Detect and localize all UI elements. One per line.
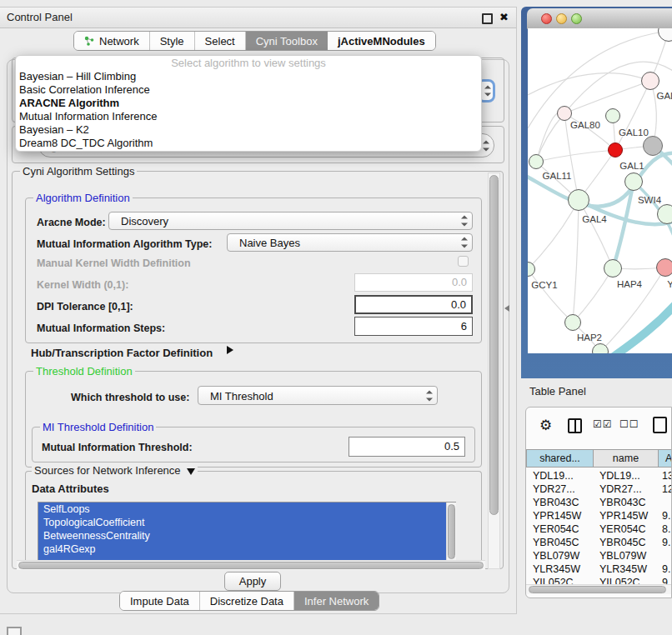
splitter-collapse-arrow[interactable] — [504, 305, 509, 312]
scrollbar-thumb[interactable] — [489, 175, 499, 515]
table-row[interactable]: YLR345W YLR345W 9. — [526, 562, 672, 576]
network-canvas[interactable]: GAL GAL80 GAL10 GAL1 GAL11 SWI4 GAL4 GCY… — [528, 28, 672, 353]
tab-cyni-toolbox[interactable]: Cyni Toolbox — [246, 32, 328, 50]
settings-horizontal-scrollbar[interactable] — [17, 560, 485, 570]
collapsed-panel-icon[interactable] — [7, 627, 22, 635]
table-horizontal-scrollbar[interactable] — [526, 584, 672, 594]
network-node-gal11[interactable] — [529, 154, 544, 169]
network-node-y[interactable] — [656, 258, 672, 277]
control-panel-titlebar: Control Panel ✖ — [0, 8, 516, 28]
column-header-shared-name[interactable]: shared... — [526, 449, 594, 468]
select-all-checkboxes-icon[interactable]: ☑☑ — [593, 418, 613, 430]
network-node-gray[interactable] — [643, 136, 663, 156]
table-row[interactable]: YBL079W YBL079W — [526, 549, 672, 562]
app-root: Control Panel ✖ Network Style Select Cyn… — [0, 0, 672, 635]
network-node-gal10[interactable] — [605, 108, 620, 123]
document-icon[interactable] — [653, 417, 667, 433]
mi-threshold-label: Mutual Information Threshold: — [42, 442, 193, 453]
table-panel: ⚙ ☑☑ ☐☐ shared... name A YDL19... YDL19.… — [525, 407, 672, 598]
network-view-window: GAL GAL80 GAL10 GAL1 GAL11 SWI4 GAL4 GCY… — [521, 7, 672, 378]
data-attributes-list[interactable]: SelfLoops TopologicalCoefficient Between… — [38, 502, 456, 562]
dropdown-item[interactable]: Dream8 DC_TDC Algorithm — [16, 137, 481, 150]
network-node-hap4[interactable] — [604, 259, 622, 278]
dropdown-item[interactable]: Bayesian – K2 — [16, 123, 481, 137]
cell-shared-name: YER054C — [533, 522, 591, 536]
cell-shared-name: YDR27... — [533, 482, 591, 496]
dropdown-item[interactable]: Bayesian – Hill Climbing — [16, 70, 481, 83]
manual-kernel-label: Manual Kernel Width Definition — [37, 258, 191, 269]
zoom-traffic-icon[interactable] — [571, 13, 582, 24]
network-node-hap2[interactable] — [564, 314, 581, 331]
settings-vertical-scrollbar[interactable] — [488, 172, 500, 569]
dropdown-item[interactable]: Mutual Information Inference — [16, 110, 481, 123]
kernel-width-label: Kernel Width (0,1): — [37, 279, 128, 291]
table-row[interactable]: YER054C YER054C 8. — [526, 522, 672, 536]
dropdown-item[interactable]: Basic Correlation Inference — [16, 83, 481, 97]
column-header-name[interactable]: name — [593, 449, 659, 468]
list-item[interactable]: TopologicalCoefficient — [38, 516, 455, 529]
aracne-mode-label: Aracne Mode: — [37, 217, 106, 228]
network-node-gal-tr[interactable] — [641, 72, 659, 90]
node-label: GAL11 — [543, 171, 572, 181]
hub-definition-label: Hub/Transcription Factor Definition — [31, 347, 213, 359]
table-row[interactable]: YDL19... YDL19... 13 — [526, 469, 672, 482]
cell-shared-name: YPR145W — [533, 509, 591, 522]
combo-stepper-icon — [426, 390, 433, 401]
kernel-width-field[interactable]: 0.0 — [354, 273, 473, 292]
dpi-tolerance-field[interactable]: 0.0 — [354, 295, 473, 314]
table-row[interactable]: YBR045C YBR045C 9. — [526, 536, 672, 549]
dropdown-item-selected[interactable]: ARACNE Algorithm — [16, 97, 481, 110]
node-label: GAL4 — [582, 214, 606, 224]
mi-algorithm-type-combo[interactable]: Naive Bayes — [227, 233, 473, 252]
scrollbar-thumb[interactable] — [448, 504, 455, 559]
tab-network[interactable]: Network — [74, 32, 150, 50]
algorithm-dropdown-popup: Select algorithm to view settings Bayesi… — [15, 55, 482, 152]
list-item[interactable]: BetweennessCentrality — [38, 529, 455, 542]
table-row[interactable]: YBR043C YBR043C — [526, 496, 672, 509]
close-traffic-icon[interactable] — [541, 13, 552, 24]
network-node-gal4[interactable] — [568, 189, 589, 211]
close-icon[interactable]: ✖ — [499, 11, 509, 23]
scrollbar-thumb[interactable] — [529, 586, 666, 593]
columns-icon[interactable] — [568, 418, 582, 433]
network-node-right[interactable] — [657, 204, 672, 224]
network-node-swi4[interactable] — [624, 172, 643, 191]
column-header-partial[interactable]: A — [658, 449, 672, 468]
table-row[interactable]: YDR27... YDR27... 12 — [526, 482, 672, 496]
tab-infer-network[interactable]: Infer Network — [294, 592, 379, 610]
expand-right-icon[interactable] — [227, 346, 233, 354]
apply-button[interactable]: Apply — [224, 572, 281, 591]
mi-threshold-group-title: MI Threshold Definition — [40, 421, 156, 433]
table-panel-title: Table Panel — [529, 385, 586, 398]
aracne-mode-combo[interactable]: Discovery — [108, 212, 473, 230]
minimize-traffic-icon[interactable] — [556, 13, 567, 24]
tab-style[interactable]: Style — [150, 32, 195, 50]
list-vertical-scrollbar[interactable] — [446, 502, 456, 562]
float-window-icon[interactable] — [482, 13, 493, 24]
manual-kernel-checkbox[interactable] — [458, 256, 469, 267]
gear-icon[interactable]: ⚙ — [539, 417, 552, 434]
table-row[interactable]: YIL052C YIL052C 9. — [526, 576, 672, 584]
cell-name: YER054C — [599, 522, 656, 536]
control-panel-tabbar: Network Style Select Cyni Toolbox jActiv… — [73, 31, 436, 51]
network-window-titlebar[interactable] — [527, 8, 672, 29]
tab-select[interactable]: Select — [195, 32, 246, 50]
collapse-down-icon[interactable] — [187, 468, 195, 475]
table-row[interactable]: YPR145W YPR145W 9. — [526, 509, 672, 522]
network-node-gal1[interactable] — [608, 142, 623, 158]
node-label: GAL — [656, 91, 672, 101]
tab-infer-network-label: Infer Network — [304, 595, 369, 608]
tab-jactivemnodules[interactable]: jActiveMNodules — [328, 32, 435, 50]
scrollbar-thumb[interactable] — [18, 562, 484, 569]
data-attributes-label: Data Attributes — [32, 482, 109, 495]
clear-all-checkboxes-icon[interactable]: ☐☐ — [619, 418, 639, 430]
tab-discretize-data[interactable]: Discretize Data — [200, 592, 294, 610]
list-item[interactable]: SelfLoops — [38, 502, 455, 516]
mi-algorithm-type-label: Mutual Information Algorithm Type: — [37, 238, 212, 250]
which-threshold-combo[interactable]: MI Threshold — [198, 386, 438, 405]
list-item[interactable]: gal4RGexp — [38, 542, 455, 556]
mi-steps-field[interactable]: 6 — [354, 317, 473, 336]
tab-impute-data[interactable]: Impute Data — [120, 592, 200, 610]
network-node-gal80[interactable] — [557, 106, 572, 121]
mi-threshold-field[interactable]: 0.5 — [349, 437, 465, 457]
